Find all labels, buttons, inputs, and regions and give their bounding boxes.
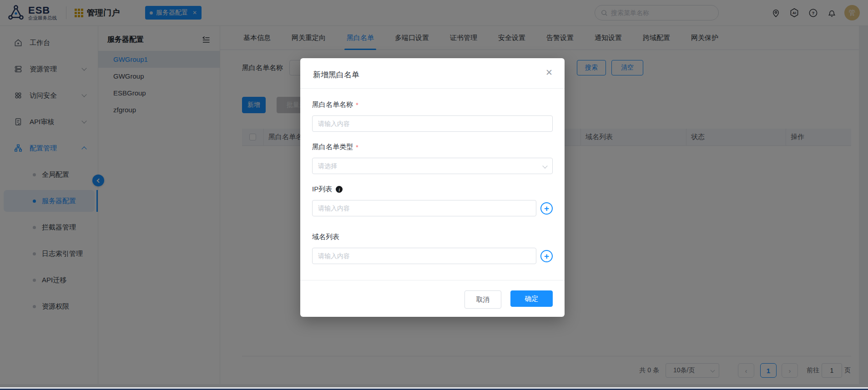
ip-list-input[interactable] (312, 200, 536, 216)
info-icon[interactable]: i (336, 186, 343, 193)
dialog-title: 新增黑白名单 (313, 70, 359, 79)
add-ip-circle-plus-icon[interactable]: + (540, 202, 553, 215)
add-blacklist-dialog: 新增黑白名单 ✕ 黑白名单名称 * 黑白名单类型 * IP列表 i (300, 58, 565, 317)
close-icon[interactable]: ✕ (545, 68, 553, 77)
blacklist-type-select[interactable] (312, 158, 553, 174)
add-domain-circle-plus-icon[interactable]: + (540, 250, 553, 262)
confirm-button[interactable]: 确定 (510, 290, 553, 307)
blacklist-type-select-input[interactable] (312, 158, 553, 174)
field-label-domain-list: 域名列表 (312, 233, 339, 241)
required-asterisk: * (356, 101, 358, 109)
blacklist-name-input[interactable] (312, 115, 553, 132)
field-label-ip-list: IP列表 (312, 185, 332, 194)
domain-list-input[interactable] (312, 248, 536, 264)
cancel-button[interactable]: 取消 (464, 290, 501, 309)
app-page: ESB 企业服务总线 管理门户 服务器配置 ✕ (0, 0, 868, 387)
field-label-type: 黑白名单类型 (312, 143, 353, 151)
field-label-name: 黑白名单名称 (312, 100, 353, 109)
required-asterisk: * (356, 143, 358, 151)
dialog-footer: 取消 确定 (300, 280, 565, 309)
